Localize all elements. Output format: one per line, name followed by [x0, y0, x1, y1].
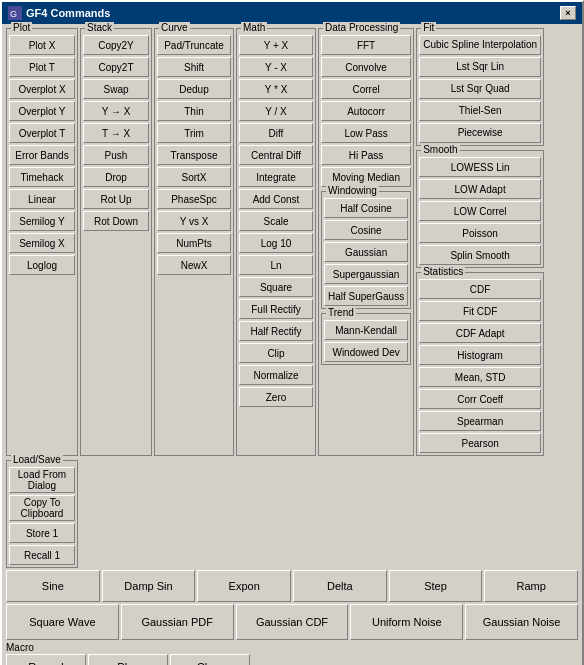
windowing-btn[interactable]: Half SuperGauss	[324, 286, 408, 306]
stack-btn[interactable]: Push	[83, 145, 149, 165]
bottom-row2-btn[interactable]: Gaussian CDF	[236, 604, 349, 640]
stack-btn[interactable]: Rot Up	[83, 189, 149, 209]
dp-btn[interactable]: Hi Pass	[321, 145, 411, 165]
stack-btn[interactable]: Drop	[83, 167, 149, 187]
curve-btn[interactable]: NumPts	[157, 233, 231, 253]
curve-btn[interactable]: Pad/Truncate	[157, 35, 231, 55]
bottom-row2-btn[interactable]: Uniform Noise	[350, 604, 463, 640]
fit-btn[interactable]: Lst Sqr Lin	[419, 57, 541, 77]
bottom-row1-btn[interactable]: Delta	[293, 570, 387, 602]
bottom-row1-btn[interactable]: Ramp	[484, 570, 578, 602]
math-btn[interactable]: Ln	[239, 255, 313, 275]
curve-btn[interactable]: Y vs X	[157, 211, 231, 231]
fit-btn[interactable]: Lst Sqr Quad	[419, 79, 541, 99]
math-btn[interactable]: Y * X	[239, 79, 313, 99]
smooth-btn[interactable]: LOW Adapt	[419, 179, 541, 199]
smooth-btn[interactable]: LOW Correl	[419, 201, 541, 221]
plot-btn[interactable]: Timehack	[9, 167, 75, 187]
stats-btn[interactable]: Mean, STD	[419, 367, 541, 387]
curve-btn[interactable]: SortX	[157, 167, 231, 187]
math-btn[interactable]: Scale	[239, 211, 313, 231]
math-btn[interactable]: Y - X	[239, 57, 313, 77]
stats-btn[interactable]: Histogram	[419, 345, 541, 365]
math-btn[interactable]: Half Rectify	[239, 321, 313, 341]
math-btn[interactable]: Y / X	[239, 101, 313, 121]
curve-btn[interactable]: Transpose	[157, 145, 231, 165]
dp-btn[interactable]: Moving Median	[321, 167, 411, 187]
stack-btn[interactable]: Copy2Y	[83, 35, 149, 55]
windowing-btn[interactable]: Supergaussian	[324, 264, 408, 284]
macro-btn[interactable]: Record	[6, 654, 86, 665]
stack-btn[interactable]: T → X	[83, 123, 149, 143]
curve-btn[interactable]: PhaseSpc	[157, 189, 231, 209]
plot-btn[interactable]: Plot X	[9, 35, 75, 55]
math-btn[interactable]: Integrate	[239, 167, 313, 187]
bottom-row2-btn[interactable]: Gaussian Noise	[465, 604, 578, 640]
smooth-btn[interactable]: LOWESS Lin	[419, 157, 541, 177]
plot-btn[interactable]: Loglog	[9, 255, 75, 275]
bottom-row2-btn[interactable]: Gaussian PDF	[121, 604, 234, 640]
dp-btn[interactable]: Convolve	[321, 57, 411, 77]
math-btn[interactable]: Add Const	[239, 189, 313, 209]
curve-btn[interactable]: Dedup	[157, 79, 231, 99]
curve-btn[interactable]: Trim	[157, 123, 231, 143]
smooth-btn[interactable]: Poisson	[419, 223, 541, 243]
stats-btn[interactable]: CDF Adapt	[419, 323, 541, 343]
stack-btn[interactable]: Y → X	[83, 101, 149, 121]
loadsave-btn[interactable]: Copy To Clipboard	[9, 495, 75, 521]
bottom-row2-btn[interactable]: Square Wave	[6, 604, 119, 640]
math-btn[interactable]: Central Diff	[239, 145, 313, 165]
curve-btn[interactable]: NewX	[157, 255, 231, 275]
bottom-row1-btn[interactable]: Damp Sin	[102, 570, 196, 602]
windowing-btn[interactable]: Gaussian	[324, 242, 408, 262]
macro-btn[interactable]: Clear	[170, 654, 250, 665]
loadsave-btn[interactable]: Recall 1	[9, 545, 75, 565]
fit-btn[interactable]: Piecewise	[419, 123, 541, 143]
plot-btn[interactable]: Overplot Y	[9, 101, 75, 121]
fit-btn[interactable]: Thiel-Sen	[419, 101, 541, 121]
stack-btn[interactable]: Swap	[83, 79, 149, 99]
math-btn[interactable]: Log 10	[239, 233, 313, 253]
bottom-row1-btn[interactable]: Expon	[197, 570, 291, 602]
curve-btn[interactable]: Shift	[157, 57, 231, 77]
dp-btn[interactable]: Low Pass	[321, 123, 411, 143]
stats-btn[interactable]: Fit CDF	[419, 301, 541, 321]
loadsave-btn[interactable]: Store 1	[9, 523, 75, 543]
dp-btn[interactable]: Autocorr	[321, 101, 411, 121]
bottom-row1-btn[interactable]: Sine	[6, 570, 100, 602]
curve-btn[interactable]: Thin	[157, 101, 231, 121]
loadsave-btn[interactable]: Load From Dialog	[9, 467, 75, 493]
math-btn[interactable]: Diff	[239, 123, 313, 143]
stats-btn[interactable]: Pearson	[419, 433, 541, 453]
math-btn[interactable]: Zero	[239, 387, 313, 407]
smooth-btn[interactable]: Splin Smooth	[419, 245, 541, 265]
stack-btn[interactable]: Copy2T	[83, 57, 149, 77]
stats-btn[interactable]: Spearman	[419, 411, 541, 431]
windowing-btn[interactable]: Cosine	[324, 220, 408, 240]
dp-btn[interactable]: Correl	[321, 79, 411, 99]
close-button[interactable]: ×	[560, 6, 576, 20]
plot-btn[interactable]: Linear	[9, 189, 75, 209]
plot-btn[interactable]: Error Bands	[9, 145, 75, 165]
macro-btn[interactable]: Play	[88, 654, 168, 665]
plot-btn[interactable]: Plot T	[9, 57, 75, 77]
math-btn[interactable]: Square	[239, 277, 313, 297]
dp-btn[interactable]: FFT	[321, 35, 411, 55]
stats-btn[interactable]: Corr Coeff	[419, 389, 541, 409]
stack-btn[interactable]: Rot Down	[83, 211, 149, 231]
plot-btn[interactable]: Overplot X	[9, 79, 75, 99]
plot-btn[interactable]: Semilog Y	[9, 211, 75, 231]
bottom-row1-btn[interactable]: Step	[389, 570, 483, 602]
trend-btn[interactable]: Windowed Dev	[324, 342, 408, 362]
math-btn[interactable]: Normalize	[239, 365, 313, 385]
stats-btn[interactable]: CDF	[419, 279, 541, 299]
window-title: GF4 Commands	[26, 7, 110, 19]
math-btn[interactable]: Clip	[239, 343, 313, 363]
fit-btn[interactable]: Cubic Spline Interpolation	[419, 35, 541, 55]
math-btn[interactable]: Y + X	[239, 35, 313, 55]
trend-btn[interactable]: Mann-Kendall	[324, 320, 408, 340]
plot-btn[interactable]: Overplot T	[9, 123, 75, 143]
windowing-btn[interactable]: Half Cosine	[324, 198, 408, 218]
math-btn[interactable]: Full Rectify	[239, 299, 313, 319]
plot-btn[interactable]: Semilog X	[9, 233, 75, 253]
